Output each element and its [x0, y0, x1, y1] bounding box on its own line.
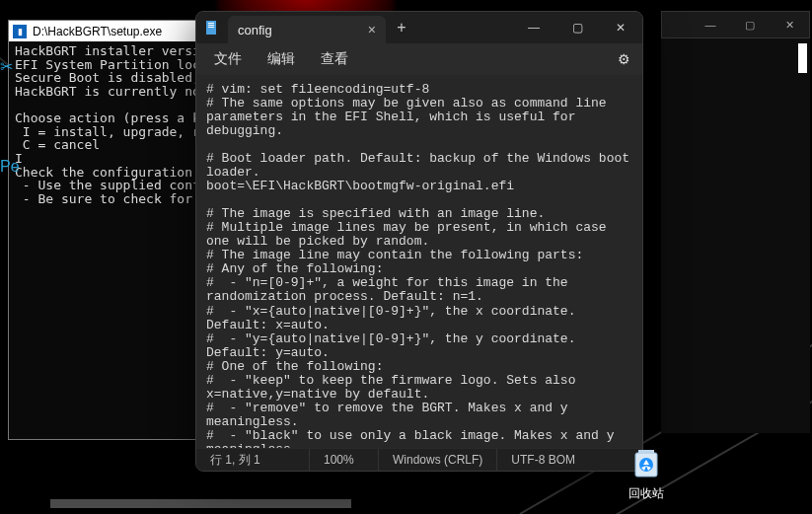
- recycle-bin-label: 回收站: [617, 485, 676, 502]
- svg-rect-2: [208, 25, 214, 26]
- background-window-body: [661, 38, 810, 433]
- svg-rect-5: [638, 450, 654, 454]
- svg-rect-3: [208, 27, 214, 28]
- status-line-ending: Windows (CRLF): [379, 449, 497, 471]
- window-controls: — ▢ ✕: [512, 12, 642, 43]
- recycle-bin-icon: [627, 442, 666, 481]
- recycle-bin[interactable]: 回收站: [617, 442, 676, 502]
- notepad-editor[interactable]: # vim: set fileencoding=utf-8 # The same…: [196, 75, 642, 448]
- background-window-titlebar: — ▢ ✕: [661, 11, 810, 38]
- notepad-app-icon: [196, 12, 228, 43]
- svg-rect-1: [208, 23, 214, 24]
- notepad-statusbar: 行 1, 列 1 100% Windows (CRLF) UTF-8 BOM: [196, 448, 642, 471]
- background-window-scrollbar[interactable]: [798, 43, 807, 73]
- maximize-button[interactable]: ▢: [555, 12, 599, 43]
- menu-view[interactable]: 查看: [315, 46, 354, 72]
- notepad-window: config × + — ▢ ✕ 文件 编辑 查看 ⚙ # vim: set f…: [195, 11, 643, 472]
- console-icon: ▮: [13, 25, 27, 38]
- snip-handle-top[interactable]: ✂: [0, 57, 13, 76]
- menu-file[interactable]: 文件: [208, 46, 248, 72]
- minimize-button[interactable]: —: [512, 12, 555, 43]
- maximize-icon[interactable]: ▢: [730, 12, 770, 37]
- status-position: 行 1, 列 1: [196, 449, 310, 471]
- tab-title: config: [238, 23, 272, 37]
- settings-icon[interactable]: ⚙: [618, 51, 630, 67]
- setup-title: D:\HackBGRT\setup.exe: [33, 25, 162, 38]
- notepad-titlebar[interactable]: config × + — ▢ ✕: [196, 12, 642, 43]
- new-tab-button[interactable]: +: [386, 12, 417, 43]
- minimize-icon[interactable]: —: [691, 12, 730, 37]
- snip-handle-bottom: Pe: [0, 158, 20, 176]
- close-button[interactable]: ✕: [599, 12, 642, 43]
- notepad-tab[interactable]: config ×: [228, 16, 386, 43]
- status-zoom: 100%: [310, 449, 379, 471]
- notepad-menubar: 文件 编辑 查看 ⚙: [196, 43, 642, 75]
- close-icon[interactable]: ✕: [770, 12, 809, 37]
- menu-edit[interactable]: 编辑: [261, 46, 301, 72]
- tab-close-icon[interactable]: ×: [368, 22, 376, 37]
- status-encoding: UTF-8 BOM: [497, 449, 589, 471]
- progress-bar-track: [50, 499, 351, 508]
